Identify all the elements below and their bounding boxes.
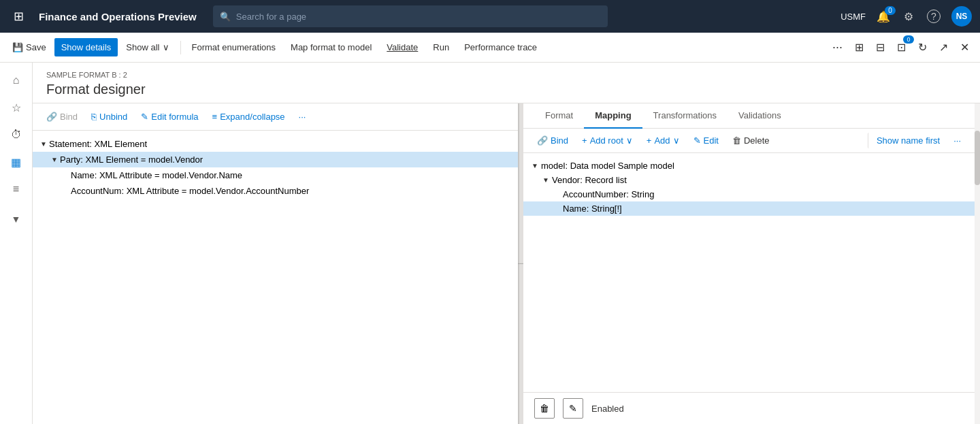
format-enumerations-button[interactable]: Format enumerations [185,38,283,56]
left-toolbar: 🔗 Bind ⎘ Unbind ✎ Edit formula ≡ Expand/… [33,103,518,131]
right-bind-button[interactable]: 🔗 Bind [532,133,574,148]
expand-icon: ≡ [212,112,218,122]
search-bar: 🔍 [213,5,608,27]
toggle-icon: ▼ [532,162,541,169]
unbind-button[interactable]: ⎘ Unbind [86,109,133,125]
edit-bottom-icon: ✎ [569,403,577,414]
help-icon: ? [927,10,941,23]
main-toolbar: 💾 Save Show details Show all ∨ Format en… [0,33,980,63]
show-details-button[interactable]: Show details [54,38,118,56]
designer-area: 🔗 Bind ⎘ Unbind ✎ Edit formula ≡ Expand/… [33,103,980,424]
notifications-button[interactable]: 🔔 0 [874,7,893,26]
sidebar-item-workspaces[interactable]: ▦ [4,150,29,174]
home-icon: ⌂ [13,74,20,86]
tree-item[interactable]: ▼ Party: XML Element = model.Vendor [33,152,518,167]
top-nav-right: USMF 🔔 0 ⚙ ? NS [840,6,972,27]
right-toolbar: 🔗 Bind + Add root ∨ + Add ∨ ✎ [523,129,975,153]
export-button[interactable]: ↗ [934,37,953,58]
tab-validations[interactable]: Validations [728,103,792,129]
mapping-item[interactable]: AccountNumber: String [523,187,975,201]
show-all-chevron-icon: ∨ [163,42,169,52]
sidebar-item-menu[interactable]: ≡ [4,177,29,201]
save-button[interactable]: 💾 Save [5,38,53,56]
tree-item[interactable]: Name: XML Attribute = model.Vendor.Name [33,167,518,183]
mapping-item[interactable]: ▼ Vendor: Record list [523,173,975,187]
avatar[interactable]: NS [951,6,972,27]
toggle-icon: ▼ [542,176,552,184]
validate-button[interactable]: Validate [380,38,425,56]
add-root-button[interactable]: + Add root ∨ [576,133,638,148]
status-badge: Enabled [591,404,624,414]
delete-button[interactable]: 🗑 Delete [727,133,775,148]
mapping-item-label: model: Data model Sample model [541,161,674,171]
settings-button[interactable]: ⚙ [901,7,916,26]
add-icon: + [647,135,652,146]
tab-format[interactable]: Format [534,103,584,129]
layout-button[interactable]: ⊟ [870,37,890,58]
edit-icon: ✎ [693,135,701,146]
mapping-item-label: AccountNumber: String [563,189,654,199]
edit-formula-icon: ✎ [141,112,148,122]
tree-item[interactable]: ▼ Statement: XML Element [33,136,518,152]
right-link-icon: 🔗 [537,135,548,146]
page-header: SAMPLE FORMAT B : 2 Format designer [33,63,980,103]
add-chevron-icon: ∨ [673,135,680,146]
filter-icon: ▼ [12,214,21,225]
scrollbar-thumb[interactable] [975,131,980,185]
more-options-button[interactable]: ··· [827,36,848,59]
content-area: SAMPLE FORMAT B : 2 Format designer 🔗 Bi… [33,63,980,424]
add-root-chevron-icon: ∨ [626,135,633,146]
refresh-button[interactable]: ↻ [913,37,932,58]
tree-item[interactable]: AccountNum: XML Attribute = model.Vendor… [33,183,518,199]
tabs-bar: Format Mapping Transformations Validatio… [523,103,975,129]
table-icon: ▦ [11,156,21,169]
help-button[interactable]: ? [924,7,943,26]
search-input[interactable] [236,12,601,22]
sidebar-filter[interactable]: ▼ [4,207,29,231]
menu-icon: ≡ [13,183,19,195]
close-button[interactable]: ✕ [955,37,975,58]
bind-button[interactable]: 🔗 Bind [41,109,83,125]
tree-item-label: Name: XML Attribute = model.Vendor.Name [71,170,242,180]
mapping-item-label: Name: String[!] [563,203,622,214]
left-more-button[interactable]: ··· [293,109,312,125]
usmf-label: USMF [840,12,866,22]
panel-badge: 0 [903,35,914,44]
mapping-item[interactable]: ▼ model: Data model Sample model [523,159,975,173]
scrollbar[interactable] [975,103,980,424]
mapping-item-label: Vendor: Record list [552,175,627,185]
edit-bottom-button[interactable]: ✎ [563,398,583,419]
mapping-tree[interactable]: ▼ model: Data model Sample model ▼ Vendo… [523,153,975,392]
toggle-icon: ▼ [49,156,60,163]
mapping-item[interactable]: Name: String[!] [523,201,975,216]
add-button[interactable]: + Add ∨ [641,133,685,148]
toggle-icon: ▼ [38,140,49,148]
sidebar-item-favorites[interactable]: ☆ [4,95,29,120]
map-format-to-model-button[interactable]: Map format to model [284,38,378,56]
expand-collapse-button[interactable]: ≡ Expand/collapse [207,109,291,125]
puzzle-button[interactable]: ⊞ [849,37,869,58]
show-all-button[interactable]: Show all ∨ [119,38,176,56]
clock-icon: ⏱ [11,129,22,141]
main-container: ⌂ ☆ ⏱ ▦ ≡ ▼ SAMPLE FORMAT B : 2 Format d… [0,63,980,424]
right-panel: Format Mapping Transformations Validatio… [523,103,975,424]
tab-mapping[interactable]: Mapping [584,103,642,129]
top-nav: ⊞ Finance and Operations Preview 🔍 USMF … [0,0,980,33]
show-name-first-button[interactable]: Show name first [868,133,945,148]
tree-item-label: AccountNum: XML Attribute = model.Vendor… [71,186,309,196]
app-grid-button[interactable]: ⊞ [8,5,29,28]
run-button[interactable]: Run [426,38,456,56]
search-icon: 🔍 [220,12,231,22]
edit-button[interactable]: ✎ Edit [688,133,724,148]
tab-transformations[interactable]: Transformations [642,103,728,129]
sidebar: ⌂ ☆ ⏱ ▦ ≡ ▼ [0,63,33,424]
edit-formula-button[interactable]: ✎ Edit formula [135,109,203,125]
performance-trace-button[interactable]: Performance trace [457,38,544,56]
copy-icon: ⎘ [91,112,97,122]
right-more-button[interactable]: ··· [948,133,966,148]
format-tree[interactable]: ▼ Statement: XML Element ▼ Party: XML El… [33,131,518,424]
delete-bottom-button[interactable]: 🗑 [534,398,555,419]
sidebar-item-recent[interactable]: ⏱ [4,123,29,147]
breadcrumb: SAMPLE FORMAT B : 2 [46,71,966,79]
sidebar-item-home[interactable]: ⌂ [4,68,29,93]
